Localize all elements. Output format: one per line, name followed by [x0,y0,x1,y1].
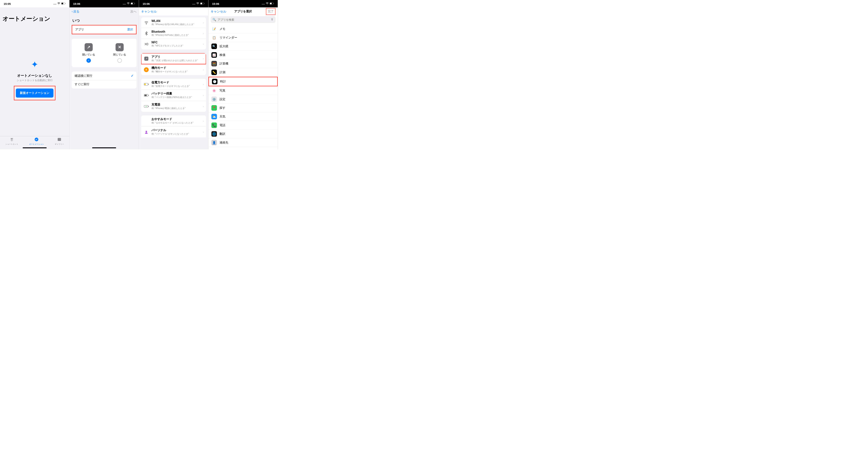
next-button[interactable]: 次へ [130,9,136,13]
search-icon: 🔍 [213,18,216,21]
screen-app-selector: 15:06 ..... キャンセル アプリを選択 完了 🔍 🎙 📝 メモ📋 リマ… [209,0,278,149]
trigger-row[interactable]: 低電力モード 例: "低電力モードがオフになったとき" › [141,79,206,90]
cancel-button[interactable]: キャンセル [141,9,157,13]
chevron-right-icon: › [203,32,204,35]
trigger-subtitle: 例: "低電力モードがオフになったとき" [152,85,200,88]
wifi-icon [266,2,269,5]
search-bar[interactable]: 🔍 🎙 [211,16,276,23]
trigger-title: パーソナル [152,128,200,132]
stack-icon [9,138,14,143]
svg-rect-10 [204,3,205,4]
status-time: 15:05 [4,2,11,5]
trigger-title: バッテリー残量 [152,92,200,95]
choose-link[interactable]: 選択 [127,28,133,32]
nav-bar: キャンセル アプリを選択 完了 [209,7,278,16]
trigger-subtitle: 例: "iPhoneが自宅のWLANに接続したとき" [152,23,200,26]
chevron-right-icon: › [203,42,204,46]
trigger-row[interactable]: ✈ 機内モード 例: "機内モードがオンになったとき" › [141,64,206,75]
trigger-title: NFC [152,41,200,44]
app-row[interactable]: 🌐 翻訳 [209,130,278,138]
chevron-right-icon: › [203,68,204,71]
svg-rect-1 [62,3,63,4]
section-header: いつ [69,16,139,25]
trigger-list[interactable]: WLAN 例: "iPhoneが自宅のWLANに接続したとき" › Blueto… [139,16,208,149]
screen-automation-when: 15:06 ..... ‹ 戻る 次へ いつ アプリ 選択 ↗ 開いている ✓ … [69,0,139,149]
trigger-row[interactable]: パーソナル 例: "'パーソナル' がオンになったとき" › [141,126,206,138]
app-row[interactable]: ⚙️ 設定 [209,95,278,104]
trigger-title: アプリ [152,55,200,59]
chevron-right-icon: › [203,83,204,86]
svg-rect-4 [58,138,61,141]
app-row[interactable]: 🧮 計算機 [209,59,278,68]
trigger-row[interactable]: Bluetooth 例: "iPhoneがAirPodsに接続したとき" › [141,28,206,39]
trigger-icon [144,93,149,98]
empty-heading: オートメーションなし [17,73,52,78]
app-icon: 📍 [211,105,217,111]
option-open[interactable]: ↗ 開いている ✓ [82,43,95,63]
app-label: 設定 [219,97,225,101]
app-label: 株価 [219,53,225,57]
app-label: 計算機 [219,62,228,66]
page-title: オートメーション [0,7,69,25]
radio-unchecked[interactable] [117,58,122,63]
chevron-right-icon: › [203,105,204,108]
status-time: 15:06 [143,2,150,5]
app-row[interactable]: 📈 株価 [209,51,278,59]
check-badge-icon [34,138,38,143]
trigger-row[interactable]: おやすみモード 例: "'おやすみモード' がオンになったとき" › [141,115,206,126]
mic-icon[interactable]: 🎙 [271,18,274,21]
trigger-row[interactable]: WLAN 例: "iPhoneが自宅のWLANに接続したとき" › [141,17,206,28]
svg-rect-12 [147,43,148,45]
trigger-icon [144,41,149,47]
trigger-icon [144,82,149,87]
app-row[interactable]: 🕘 時計 [209,77,278,86]
app-row[interactable]: ⛅ 天気 [209,112,278,121]
chevron-right-icon: › [203,57,204,60]
new-automation-button[interactable]: 新規オートメーション [16,89,54,97]
app-row[interactable]: 🌸 写真 [209,86,278,95]
app-row[interactable]: 📞 電話 [209,121,278,130]
tab-shortcuts[interactable]: ショートカット [5,138,18,146]
app-row[interactable]: 📏 計測 [209,68,278,77]
trigger-icon: ✈ [144,67,149,72]
svg-rect-6 [131,3,133,4]
radio-checked[interactable]: ✓ [87,58,91,63]
run-after-confirm-row[interactable]: 確認後に実行 ✓ [72,71,136,80]
home-indicator[interactable] [92,147,116,148]
app-row[interactable]: 👤 連絡先 [209,138,278,147]
trigger-row[interactable]: ↗ アプリ 例: "'天気' が開かれたかまたは閉じられたとき" › [141,53,206,64]
app-label: 探す [219,106,225,110]
tab-gallery[interactable]: ギャラリー [55,138,64,146]
tab-automation[interactable]: オートメーション [29,138,44,146]
app-label: アプリ [75,28,127,32]
trigger-title: 低電力モード [152,81,200,85]
option-close[interactable]: ✕ 閉じている [113,43,126,63]
svg-rect-24 [274,3,274,4]
trigger-title: 充電器 [152,103,200,107]
app-row[interactable]: 📍 探す [209,104,278,112]
status-icons: ..... [192,2,205,5]
home-indicator[interactable] [23,147,46,148]
trigger-row[interactable]: 充電器 例: "iPhoneが電源に接続したとき" › [141,101,206,112]
app-list[interactable]: 📝 メモ📋 リマインダー🔍 拡大鏡📈 株価🧮 計算機📏 計測🕘 時計🌸 写真⚙️… [209,25,278,149]
done-button[interactable]: 完了 [266,8,276,15]
trigger-row[interactable]: バッテリー残量 例: "バッテリー残量が50%を超えたとき" › [141,90,206,101]
trigger-icon [144,20,149,25]
app-row[interactable]: 📝 メモ [209,25,278,33]
cell-dots-icon: ..... [53,2,56,5]
app-icon: 👤 [211,140,217,145]
svg-rect-14 [145,84,146,85]
app-select-row[interactable]: アプリ 選択 [72,25,136,34]
trigger-row[interactable]: NFC 例: "NFCタグをタップしたとき" › [141,39,206,50]
open-close-options: ↗ 開いている ✓ ✕ 閉じている [72,39,136,67]
app-row[interactable]: 🔍 拡大鏡 [209,42,278,51]
back-button[interactable]: ‹ 戻る [72,9,80,13]
battery-icon [131,2,135,5]
app-icon: 🔍 [211,43,217,49]
app-row[interactable]: 📋 リマインダー [209,33,278,42]
tab-label: ギャラリー [55,143,64,146]
run-immediately-row[interactable]: すぐに実行 [72,80,136,89]
cancel-button[interactable]: キャンセル [211,9,226,13]
app-label: 計測 [219,70,225,74]
search-input[interactable] [218,18,269,21]
